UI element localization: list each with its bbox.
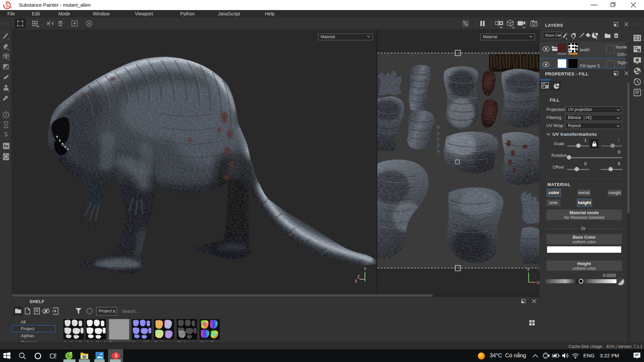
svg-text:Z: Z [357, 275, 360, 279]
svg-text:U: U [537, 280, 539, 285]
svg-text:V: V [527, 267, 530, 272]
svg-text:Y: Y [364, 267, 366, 272]
svg-text:Ps: Ps [4, 144, 8, 148]
svg-text:X: X [355, 279, 357, 284]
